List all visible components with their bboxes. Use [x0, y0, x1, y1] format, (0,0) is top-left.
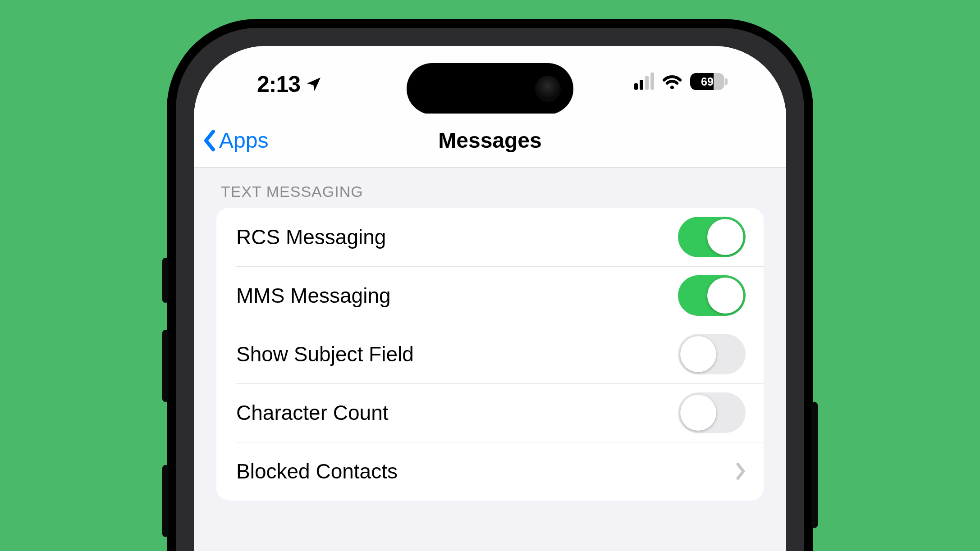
dynamic-island[interactable] [407, 63, 573, 114]
row-mms-messaging[interactable]: MMS Messaging [216, 266, 764, 325]
toggle-character-count[interactable] [678, 392, 746, 433]
battery-percent-label: 69 [690, 73, 724, 90]
row-blocked-contacts[interactable]: Blocked Contacts [216, 442, 764, 501]
phone-screen: 2:13 [194, 46, 786, 551]
toggle-rcs-messaging[interactable] [678, 217, 746, 257]
back-button-label: Apps [219, 128, 268, 153]
settings-content: TEXT MESSAGING RCS Messaging MMS Messagi… [194, 168, 786, 501]
side-button-power[interactable] [811, 402, 818, 528]
row-label: Character Count [236, 401, 678, 425]
status-left: 2:13 [257, 71, 323, 97]
side-button-volume-up[interactable] [162, 330, 169, 402]
row-label: MMS Messaging [236, 283, 678, 308]
row-rcs-messaging[interactable]: RCS Messaging [216, 208, 764, 266]
row-show-subject-field[interactable]: Show Subject Field [216, 325, 764, 383]
back-button[interactable]: Apps [203, 128, 268, 153]
nav-bar: Apps Messages [194, 114, 786, 168]
side-button-silent[interactable] [162, 258, 169, 303]
section-header-text-messaging: TEXT MESSAGING [194, 168, 786, 208]
location-services-icon [305, 75, 323, 93]
settings-group-text-messaging: RCS Messaging MMS Messaging Show Subject… [216, 208, 764, 501]
front-camera-icon [535, 76, 561, 102]
phone-bezel: 2:13 [176, 28, 804, 551]
battery-indicator: 69 [690, 73, 728, 90]
side-button-volume-down[interactable] [162, 465, 169, 537]
wifi-icon [662, 73, 682, 90]
cellular-signal-icon [634, 73, 654, 90]
row-label: RCS Messaging [236, 225, 678, 249]
chevron-right-icon [736, 463, 746, 480]
chevron-left-icon [203, 130, 216, 151]
toggle-show-subject-field[interactable] [678, 334, 746, 374]
status-right: 69 [634, 73, 728, 90]
toggle-mms-messaging[interactable] [678, 275, 746, 316]
phone-body: 2:13 [167, 19, 813, 551]
row-label: Show Subject Field [236, 342, 678, 366]
status-time: 2:13 [257, 71, 300, 97]
stage: 2:13 [0, 0, 980, 551]
page-title: Messages [438, 128, 541, 153]
row-character-count[interactable]: Character Count [216, 383, 764, 442]
row-label: Blocked Contacts [236, 459, 736, 483]
